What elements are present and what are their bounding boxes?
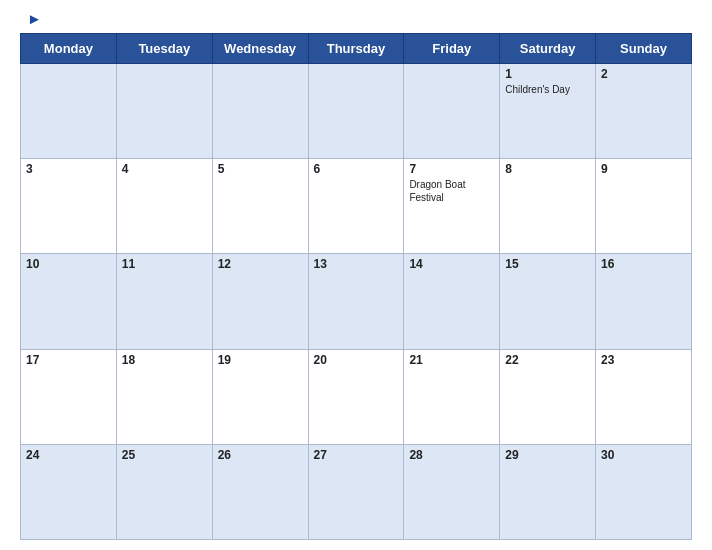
event-label: Children's Day (505, 83, 590, 96)
day-number: 10 (26, 257, 111, 271)
day-number: 12 (218, 257, 303, 271)
day-number: 13 (314, 257, 399, 271)
event-label: Dragon Boat Festival (409, 178, 494, 204)
day-number: 19 (218, 353, 303, 367)
day-number: 27 (314, 448, 399, 462)
day-number: 17 (26, 353, 111, 367)
calendar-week-row: 1Children's Day2 (21, 64, 692, 159)
logo: ► (25, 10, 42, 27)
weekday-header-friday: Friday (404, 34, 500, 64)
calendar-cell: 6 (308, 159, 404, 254)
calendar-cell: 29 (500, 444, 596, 539)
calendar-cell: 16 (596, 254, 692, 349)
calendar-week-row: 34567Dragon Boat Festival89 (21, 159, 692, 254)
calendar-week-row: 17181920212223 (21, 349, 692, 444)
calendar-cell: 22 (500, 349, 596, 444)
calendar-cell: 30 (596, 444, 692, 539)
calendar-cell: 5 (212, 159, 308, 254)
day-number: 18 (122, 353, 207, 367)
calendar-table: MondayTuesdayWednesdayThursdayFridaySatu… (20, 33, 692, 540)
calendar-cell: 27 (308, 444, 404, 539)
day-number: 8 (505, 162, 590, 176)
day-number: 9 (601, 162, 686, 176)
weekday-header-saturday: Saturday (500, 34, 596, 64)
calendar-header: ► (20, 10, 692, 27)
calendar-cell: 14 (404, 254, 500, 349)
day-number: 16 (601, 257, 686, 271)
logo-bird-icon: ► (27, 10, 42, 27)
calendar-cell: 13 (308, 254, 404, 349)
weekday-header-wednesday: Wednesday (212, 34, 308, 64)
calendar-cell: 10 (21, 254, 117, 349)
calendar-cell (116, 64, 212, 159)
calendar-cell: 11 (116, 254, 212, 349)
day-number: 6 (314, 162, 399, 176)
calendar-cell: 9 (596, 159, 692, 254)
weekday-header-sunday: Sunday (596, 34, 692, 64)
day-number: 22 (505, 353, 590, 367)
calendar-cell: 25 (116, 444, 212, 539)
calendar-cell (212, 64, 308, 159)
calendar-cell: 3 (21, 159, 117, 254)
calendar-cell: 2 (596, 64, 692, 159)
weekday-header-thursday: Thursday (308, 34, 404, 64)
day-number: 26 (218, 448, 303, 462)
day-number: 11 (122, 257, 207, 271)
calendar-cell: 19 (212, 349, 308, 444)
calendar-cell: 21 (404, 349, 500, 444)
day-number: 2 (601, 67, 686, 81)
calendar-cell: 24 (21, 444, 117, 539)
weekday-header-tuesday: Tuesday (116, 34, 212, 64)
calendar-cell: 12 (212, 254, 308, 349)
weekday-header-row: MondayTuesdayWednesdayThursdayFridaySatu… (21, 34, 692, 64)
calendar-cell: 8 (500, 159, 596, 254)
day-number: 21 (409, 353, 494, 367)
day-number: 24 (26, 448, 111, 462)
day-number: 30 (601, 448, 686, 462)
calendar-cell: 7Dragon Boat Festival (404, 159, 500, 254)
calendar-cell: 20 (308, 349, 404, 444)
calendar-cell (308, 64, 404, 159)
day-number: 23 (601, 353, 686, 367)
calendar-cell: 26 (212, 444, 308, 539)
day-number: 1 (505, 67, 590, 81)
weekday-header-monday: Monday (21, 34, 117, 64)
day-number: 4 (122, 162, 207, 176)
day-number: 29 (505, 448, 590, 462)
logo-blue-text: ► (25, 10, 42, 27)
day-number: 25 (122, 448, 207, 462)
day-number: 7 (409, 162, 494, 176)
day-number: 20 (314, 353, 399, 367)
day-number: 14 (409, 257, 494, 271)
calendar-cell: 23 (596, 349, 692, 444)
day-number: 15 (505, 257, 590, 271)
day-number: 5 (218, 162, 303, 176)
calendar-week-row: 24252627282930 (21, 444, 692, 539)
calendar-cell: 18 (116, 349, 212, 444)
day-number: 3 (26, 162, 111, 176)
calendar-week-row: 10111213141516 (21, 254, 692, 349)
calendar-cell: 4 (116, 159, 212, 254)
calendar-cell: 17 (21, 349, 117, 444)
calendar-cell: 1Children's Day (500, 64, 596, 159)
calendar-cell: 28 (404, 444, 500, 539)
calendar-cell (404, 64, 500, 159)
day-number: 28 (409, 448, 494, 462)
calendar-cell (21, 64, 117, 159)
calendar-cell: 15 (500, 254, 596, 349)
